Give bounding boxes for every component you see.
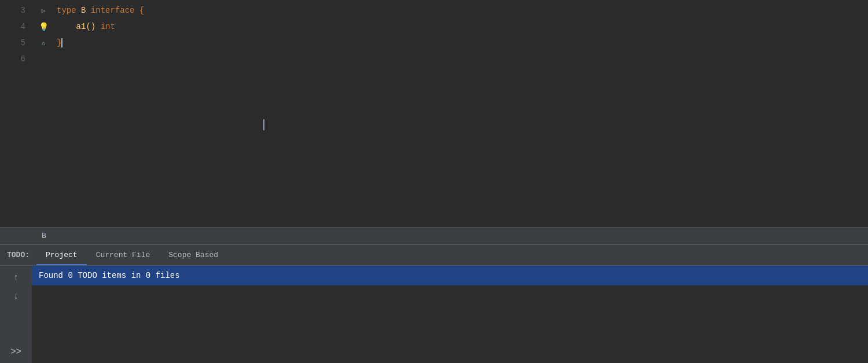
gutter-cell-4[interactable]: 💡 xyxy=(35,19,52,35)
todo-label: TODO: xyxy=(0,245,36,265)
editor-area: 3 4 5 6 ▷ 💡 △ type B interface { xyxy=(0,0,868,244)
line-number-3: 3 xyxy=(0,2,30,19)
keyword-type: type xyxy=(57,4,76,17)
gutter: ▷ 💡 △ xyxy=(35,0,52,227)
scroll-down-button[interactable]: ↓ xyxy=(9,289,23,303)
close-brace: } xyxy=(57,36,61,49)
todo-panel: TODO: Project Current File Scope Based ↑… xyxy=(0,244,868,363)
collapse-triangle-icon: △ xyxy=(42,39,45,46)
text-cursor-blink xyxy=(61,38,62,47)
line-number-6: 6 xyxy=(0,51,30,67)
line-numbers: 3 4 5 6 xyxy=(0,0,35,227)
todo-body: ↑ ↓ >> Found 0 TODO items in 0 files xyxy=(0,266,868,363)
code-line-4: a1() int xyxy=(57,19,868,35)
todo-tabs: Project Current File Scope Based xyxy=(36,245,227,265)
collapse-arrow-icon: ▷ xyxy=(42,7,46,14)
keyword-interface: interface xyxy=(91,4,135,17)
todo-result-text: Found 0 TODO items in 0 files xyxy=(39,271,180,280)
tab-scope-based[interactable]: Scope Based xyxy=(159,245,227,265)
identifier-B: B xyxy=(76,4,91,17)
file-tab-B[interactable]: B xyxy=(35,229,53,243)
tab-project[interactable]: Project xyxy=(36,245,87,265)
gutter-cell-3[interactable]: ▷ xyxy=(35,2,52,19)
scroll-up-button[interactable]: ↑ xyxy=(9,270,23,284)
tab-current-file[interactable]: Current File xyxy=(87,245,160,265)
code-line-6 xyxy=(57,51,868,67)
todo-header: TODO: Project Current File Scope Based xyxy=(0,245,868,266)
todo-sidebar: ↑ ↓ >> xyxy=(0,266,32,363)
code-editor[interactable]: type B interface { a1() int } | xyxy=(52,0,868,227)
todo-result-row: Found 0 TODO items in 0 files xyxy=(32,266,868,285)
keyword-int: int xyxy=(101,20,115,33)
open-brace: { xyxy=(134,4,144,17)
file-tab-bar: B xyxy=(0,227,868,244)
code-line-5: } xyxy=(57,35,868,51)
lightbulb-icon: 💡 xyxy=(39,22,49,32)
gutter-cell-6 xyxy=(35,51,52,67)
gutter-cell-5[interactable]: △ xyxy=(35,35,52,51)
expand-button[interactable]: >> xyxy=(9,344,23,358)
todo-content: Found 0 TODO items in 0 files xyxy=(32,266,868,363)
line-number-4: 4 xyxy=(0,19,30,35)
code-content[interactable]: 3 4 5 6 ▷ 💡 △ type B interface { xyxy=(0,0,868,227)
method-a1: a1() xyxy=(57,20,101,33)
code-line-3: type B interface { xyxy=(57,2,868,19)
i-beam-cursor: | xyxy=(260,116,267,134)
line-number-5: 5 xyxy=(0,35,30,51)
